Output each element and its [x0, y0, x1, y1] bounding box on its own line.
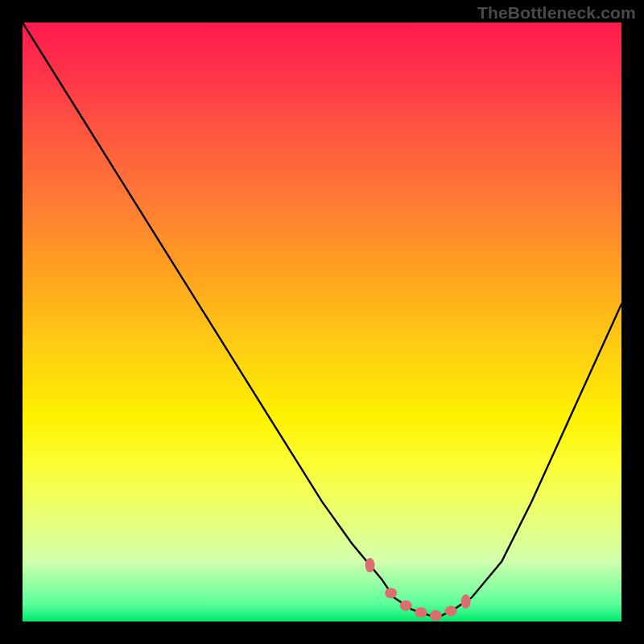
- valley-marker: [430, 610, 442, 621]
- valley-marker-group: [365, 558, 471, 621]
- valley-marker: [365, 558, 375, 572]
- bottleneck-curve-path: [23, 23, 621, 616]
- bottleneck-curve-svg: [23, 23, 621, 621]
- valley-marker: [461, 594, 471, 609]
- watermark-text: TheBottleneck.com: [477, 3, 636, 23]
- valley-marker: [400, 601, 412, 611]
- valley-marker: [445, 606, 457, 617]
- valley-marker: [385, 588, 397, 598]
- chart-plot-area: [23, 23, 621, 621]
- valley-marker: [415, 607, 427, 617]
